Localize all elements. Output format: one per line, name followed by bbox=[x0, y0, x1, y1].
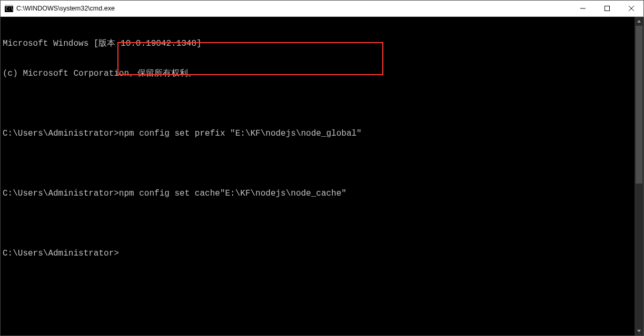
console-header-line: (c) Microsoft Corporation。保留所有权利。 bbox=[3, 69, 633, 79]
client-area: Microsoft Windows [版本 10.0.19042.1348] (… bbox=[1, 17, 643, 335]
prompt: C:\Users\Administrator> bbox=[3, 129, 119, 138]
close-button[interactable] bbox=[619, 1, 643, 16]
console-output[interactable]: Microsoft Windows [版本 10.0.19042.1348] (… bbox=[1, 17, 635, 335]
command: npm config set cache"E:\KF\nodejs\node_c… bbox=[119, 189, 346, 198]
scroll-up-button[interactable] bbox=[635, 17, 643, 26]
svg-rect-4 bbox=[605, 6, 610, 11]
svg-marker-8 bbox=[637, 330, 641, 332]
vertical-scrollbar[interactable] bbox=[635, 17, 643, 335]
svg-text:C:\: C:\ bbox=[6, 7, 14, 12]
console-line: C:\Users\Administrator> bbox=[3, 249, 633, 259]
window-title: C:\WINDOWS\system32\cmd.exe bbox=[16, 5, 115, 12]
svg-marker-7 bbox=[637, 20, 641, 23]
window-controls bbox=[571, 1, 643, 16]
console-line: C:\Users\Administrator>npm config set ca… bbox=[3, 189, 633, 199]
console-blank-line bbox=[3, 219, 633, 229]
console-blank-line bbox=[3, 99, 633, 109]
scrollbar-thumb[interactable] bbox=[636, 26, 642, 184]
scroll-down-button[interactable] bbox=[635, 327, 643, 335]
titlebar[interactable]: C:\ C:\WINDOWS\system32\cmd.exe bbox=[1, 1, 643, 17]
prompt: C:\Users\Administrator> bbox=[3, 189, 119, 198]
cmd-window: C:\ C:\WINDOWS\system32\cmd.exe Microsof… bbox=[0, 0, 644, 336]
scrollbar-track[interactable] bbox=[635, 26, 643, 327]
svg-rect-1 bbox=[5, 5, 13, 6]
command: npm config set prefix "E:\KF\nodejs\node… bbox=[119, 129, 362, 138]
cmd-icon: C:\ bbox=[5, 4, 13, 13]
console-line: C:\Users\Administrator>npm config set pr… bbox=[3, 129, 633, 139]
console-blank-line bbox=[3, 159, 633, 169]
minimize-button[interactable] bbox=[571, 1, 595, 16]
console-header-line: Microsoft Windows [版本 10.0.19042.1348] bbox=[3, 39, 633, 49]
prompt: C:\Users\Administrator> bbox=[3, 249, 119, 258]
maximize-button[interactable] bbox=[595, 1, 619, 16]
